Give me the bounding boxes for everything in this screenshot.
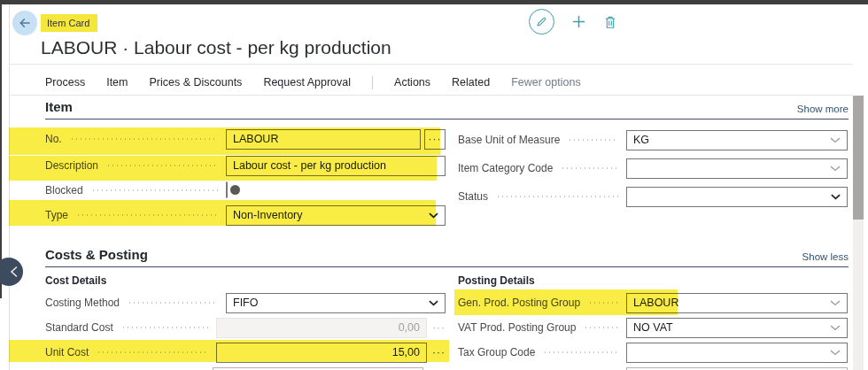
action-bar: Process Item Prices & Discounts Request … xyxy=(45,71,581,94)
status-field-row: Status xyxy=(458,182,848,211)
unit-cost-assist-button[interactable]: ··· xyxy=(432,346,446,358)
edit-button[interactable] xyxy=(529,9,554,35)
section-costs-title: Costs & Posting xyxy=(45,247,148,262)
toggle-knob-icon xyxy=(230,185,240,195)
window-top-bar xyxy=(0,0,868,4)
section-costs-header: Costs & Posting Show less xyxy=(45,247,849,267)
tax-group-field-row: Tax Group Code xyxy=(458,340,848,365)
status-select[interactable] xyxy=(626,187,848,207)
gen-prod-posting-group-combobox[interactable]: LABOUR xyxy=(626,293,848,313)
vat-prod-label: VAT Prod. Posting Group xyxy=(458,321,576,334)
dotted-leader xyxy=(121,327,208,328)
tax-group-label: Tax Group Code xyxy=(458,346,535,358)
gen-prod-field-row: Gen. Prod. Posting Group LABOUR xyxy=(458,290,848,315)
new-button[interactable] xyxy=(571,14,586,29)
window-left-edge xyxy=(0,0,2,298)
page-title: LABOUR · Labour cost - per kg production xyxy=(41,37,391,58)
item-category-field-row: Item Category Code xyxy=(458,154,848,182)
show-less-link[interactable]: Show less xyxy=(802,251,849,262)
menu-item-item[interactable]: Item xyxy=(106,76,128,89)
dotted-leader xyxy=(561,167,618,169)
chevron-down-icon xyxy=(830,166,841,172)
chevron-down-icon xyxy=(429,212,438,219)
type-label: Type xyxy=(45,209,68,221)
status-label: Status xyxy=(458,190,488,203)
dotted-leader xyxy=(584,327,618,328)
gen-prod-label: Gen. Prod. Posting Group xyxy=(458,297,580,309)
show-more-link[interactable]: Show more xyxy=(797,104,849,114)
no-assist-button[interactable]: ··· xyxy=(424,129,446,150)
vat-prod-field-row: VAT Prod. Posting Group NO VAT xyxy=(458,315,848,340)
separator xyxy=(9,64,853,65)
unit-cost-input[interactable] xyxy=(216,343,427,363)
chevron-down-icon xyxy=(830,325,841,331)
cost-details-title: Cost Details xyxy=(45,271,446,290)
dotted-leader xyxy=(128,302,218,304)
menu-item-actions[interactable]: Actions xyxy=(394,76,430,89)
description-field-row: Description xyxy=(45,152,446,179)
no-input[interactable] xyxy=(226,129,421,150)
menu-item-process[interactable]: Process xyxy=(45,76,85,89)
trash-icon xyxy=(603,15,617,29)
blocked-label: Blocked xyxy=(45,184,83,197)
chevron-down-icon xyxy=(830,350,841,356)
menu-item-fewer-options[interactable]: Fewer options xyxy=(511,76,581,89)
costing-method-field-row: Costing Method FIFO xyxy=(45,290,446,315)
back-button[interactable] xyxy=(12,11,37,35)
type-field-row: Type Non-Inventory xyxy=(45,202,446,228)
back-arrow-icon xyxy=(18,16,32,30)
unit-cost-field-row: Unit Cost ··· xyxy=(45,340,446,365)
cutoff-field-row xyxy=(458,365,848,370)
chevron-down-icon xyxy=(429,300,438,306)
costing-method-label: Costing Method xyxy=(45,297,120,309)
separator xyxy=(9,95,853,96)
menu-item-request-approval[interactable]: Request Approval xyxy=(263,76,351,89)
chevron-down-icon xyxy=(830,137,841,143)
tax-group-code-combobox[interactable] xyxy=(626,343,848,363)
description-label: Description xyxy=(45,159,98,172)
chevron-down-icon xyxy=(831,194,841,200)
menu-item-prices-discounts[interactable]: Prices & Discounts xyxy=(149,76,242,89)
no-field-row: No. ··· xyxy=(45,126,446,152)
base-uom-combobox[interactable]: KG xyxy=(626,130,848,150)
page-breadcrumb-label: Item Card xyxy=(41,14,97,32)
page-action-icons xyxy=(529,9,617,35)
no-label: No. xyxy=(45,133,62,145)
chevron-left-icon xyxy=(10,266,18,277)
description-input[interactable] xyxy=(226,156,446,176)
dotted-leader xyxy=(568,139,618,141)
costing-method-value: FIFO xyxy=(233,297,258,309)
item-category-label: Item Category Code xyxy=(458,162,553,174)
vat-prod-posting-group-combobox[interactable]: NO VAT xyxy=(626,318,848,338)
posting-details-group: Posting Details Gen. Prod. Posting Group… xyxy=(458,271,848,370)
blocked-field-row: Blocked xyxy=(45,179,446,202)
scrollbar-thumb[interactable] xyxy=(853,96,864,220)
standard-cost-assist-button[interactable]: ··· xyxy=(432,321,446,334)
menu-item-related[interactable]: Related xyxy=(452,76,490,89)
dotted-leader xyxy=(496,196,618,197)
standard-cost-field-row: Standard Cost ··· xyxy=(45,315,446,340)
panel-collapse-handle[interactable] xyxy=(0,258,23,286)
posting-details-title: Posting Details xyxy=(458,271,848,290)
dotted-leader xyxy=(76,214,218,216)
costing-method-select[interactable]: FIFO xyxy=(226,293,446,313)
panel-border xyxy=(9,4,10,370)
delete-button[interactable] xyxy=(603,15,617,29)
gen-prod-value: LABOUR xyxy=(633,297,678,309)
dotted-leader xyxy=(106,165,218,166)
chevron-down-icon xyxy=(830,300,841,306)
cutoff-field-row xyxy=(45,365,446,370)
vat-prod-value: NO VAT xyxy=(633,321,673,334)
menu-divider xyxy=(372,76,373,89)
blocked-toggle[interactable] xyxy=(226,181,228,198)
cost-details-group: Cost Details Costing Method FIFO Standar… xyxy=(45,271,446,370)
item-fields-right: Base Unit of Measure KG Item Category Co… xyxy=(458,126,848,211)
item-category-combobox[interactable] xyxy=(626,158,848,179)
dotted-leader xyxy=(91,189,218,191)
base-uom-label: Base Unit of Measure xyxy=(458,134,560,146)
dotted-leader xyxy=(543,351,618,353)
section-item-header: Item Show more xyxy=(45,99,849,119)
standard-cost-label: Standard Cost xyxy=(45,321,113,334)
standard-cost-input xyxy=(216,318,427,338)
type-select[interactable]: Non-Inventory xyxy=(226,205,446,226)
